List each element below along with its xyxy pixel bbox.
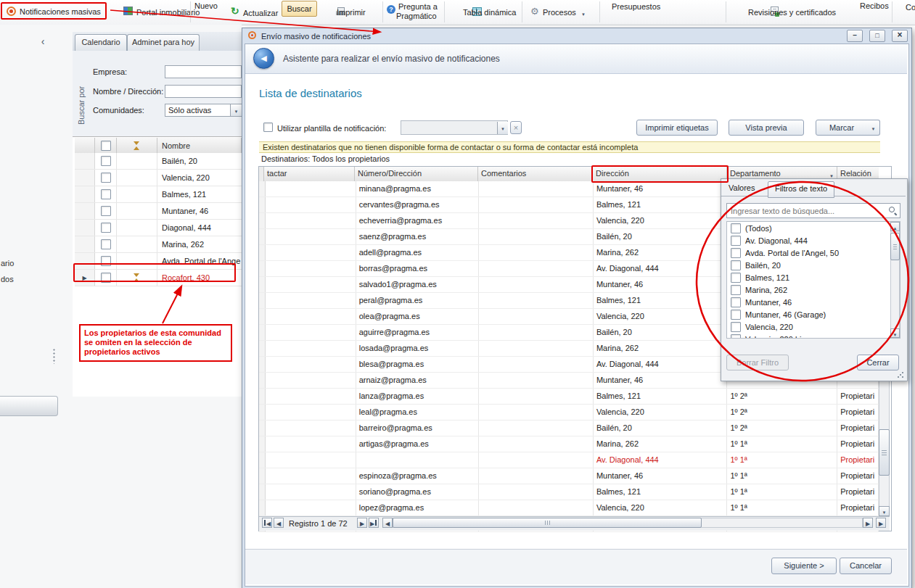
filter-value-item[interactable]: Muntaner, 46 (Garage)	[727, 308, 900, 320]
resize-grip[interactable]	[897, 371, 904, 378]
filter-value-label: Bailén, 20	[745, 261, 781, 270]
filter-value-checkbox[interactable]	[731, 223, 741, 233]
scroll-up-button[interactable]	[890, 222, 900, 231]
filter-value-label: Marina, 262	[745, 286, 787, 294]
tab-valores[interactable]: Valores	[729, 183, 755, 192]
filter-value-label: Muntaner, 46	[745, 298, 792, 307]
filter-value-item[interactable]: Avda. Portal de l'Angel, 50	[727, 247, 900, 259]
filter-values-items: (Todos)Av. Diagonal, 444Avda. Portal de …	[727, 222, 900, 339]
filter-value-label: Av. Diagonal, 444	[745, 236, 808, 245]
filter-value-item[interactable]: Bailén, 20	[727, 259, 900, 271]
filter-value-label: Muntaner, 46 (Garage)	[745, 310, 826, 319]
filter-value-checkbox[interactable]	[731, 248, 741, 258]
filter-values-list: (Todos)Av. Diagonal, 444Avda. Portal de …	[726, 221, 900, 339]
borrar-filtro-button[interactable]: Borrar Filtro	[726, 355, 789, 370]
filter-value-checkbox[interactable]	[731, 236, 741, 246]
filter-value-label: (Todos)	[745, 224, 772, 233]
filter-value-item[interactable]: Av. Diagonal, 444	[727, 234, 900, 247]
scroll-thumb[interactable]	[890, 233, 900, 260]
filter-value-checkbox[interactable]	[731, 310, 741, 320]
filter-value-item[interactable]: Marina, 262	[727, 283, 900, 296]
filter-value-item[interactable]: Valencia, 220 bis	[727, 333, 900, 339]
tab-filtros-de-texto[interactable]: Filtros de texto	[768, 181, 834, 198]
filter-value-label: Avda. Portal de l'Angel, 50	[745, 249, 839, 257]
cerrar-button[interactable]: Cerrar	[857, 355, 899, 370]
filter-value-label: Valencia, 220 bis	[745, 335, 805, 339]
filter-value-item[interactable]: (Todos)	[727, 222, 900, 234]
filter-value-label: Balmes, 121	[745, 273, 789, 282]
filter-search-input[interactable]	[726, 203, 900, 218]
filter-value-checkbox[interactable]	[731, 260, 741, 270]
filter-value-item[interactable]: Balmes, 121	[727, 271, 900, 283]
filter-value-checkbox[interactable]	[731, 334, 741, 339]
filter-value-label: Valencia, 220	[745, 323, 793, 331]
scroll-down-button[interactable]	[890, 328, 900, 338]
search-icon[interactable]	[888, 206, 898, 215]
filter-value-item[interactable]: Valencia, 220	[727, 320, 900, 333]
filter-value-checkbox[interactable]	[731, 297, 741, 307]
app-root: Notificaciones masivas Portal inmobiliar…	[0, 0, 915, 588]
filter-value-checkbox[interactable]	[731, 273, 741, 283]
filter-value-checkbox[interactable]	[731, 322, 741, 332]
filter-value-checkbox[interactable]	[731, 285, 741, 295]
filter-value-item[interactable]: Muntaner, 46	[727, 296, 900, 308]
